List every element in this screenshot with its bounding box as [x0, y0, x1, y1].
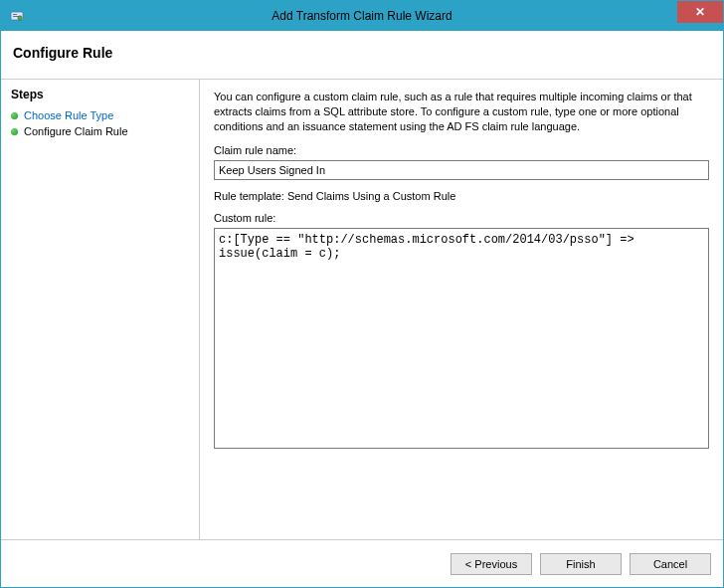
claim-rule-name-input[interactable] — [214, 160, 709, 180]
custom-rule-label: Custom rule: — [214, 212, 709, 224]
main-panel: You can configure a custom claim rule, s… — [200, 80, 723, 539]
svg-rect-1 — [13, 14, 17, 15]
step-label: Configure Claim Rule — [24, 125, 128, 137]
cancel-button[interactable]: Cancel — [630, 553, 711, 575]
app-icon — [9, 8, 25, 24]
page-title: Configure Rule — [13, 45, 711, 61]
wizard-footer: < Previous Finish Cancel — [1, 539, 723, 587]
window-title: Add Transform Claim Rule Wizard — [272, 9, 452, 23]
description-text: You can configure a custom claim rule, s… — [214, 90, 709, 134]
custom-rule-textarea[interactable] — [214, 228, 709, 449]
rule-template-text: Rule template: Send Claims Using a Custo… — [214, 190, 709, 202]
step-label: Choose Rule Type — [24, 109, 113, 121]
step-bullet-icon — [11, 112, 18, 119]
sidebar-item-choose-rule-type[interactable]: Choose Rule Type — [11, 107, 189, 123]
step-bullet-icon — [11, 128, 18, 135]
claim-rule-name-label: Claim rule name: — [214, 144, 709, 156]
svg-point-3 — [18, 16, 22, 20]
custom-rule-wrap — [214, 228, 709, 480]
steps-heading: Steps — [11, 88, 189, 101]
content-area: Steps Choose Rule Type Configure Claim R… — [1, 80, 723, 539]
wizard-header: Configure Rule — [1, 31, 723, 80]
close-icon: ✕ — [695, 5, 705, 19]
finish-button[interactable]: Finish — [540, 553, 622, 575]
wizard-window: Add Transform Claim Rule Wizard ✕ Config… — [0, 0, 724, 588]
previous-button[interactable]: < Previous — [451, 553, 532, 575]
steps-sidebar: Steps Choose Rule Type Configure Claim R… — [1, 80, 200, 539]
close-button[interactable]: ✕ — [677, 1, 723, 23]
sidebar-item-configure-claim-rule[interactable]: Configure Claim Rule — [11, 123, 189, 139]
titlebar: Add Transform Claim Rule Wizard ✕ — [1, 1, 723, 31]
